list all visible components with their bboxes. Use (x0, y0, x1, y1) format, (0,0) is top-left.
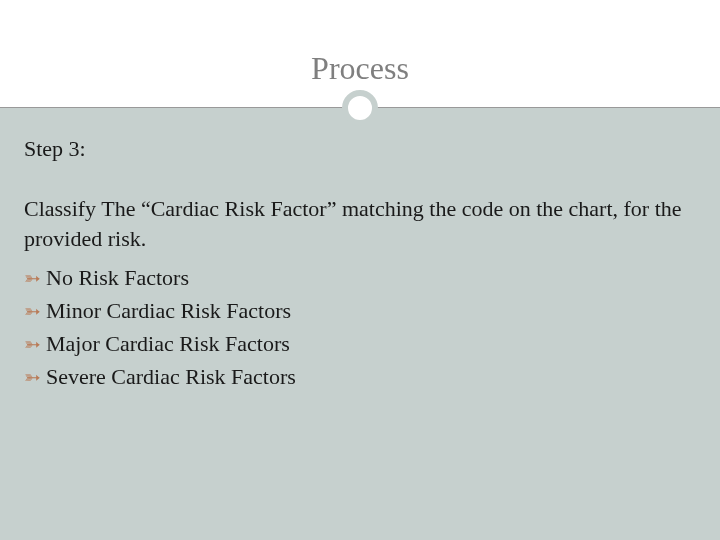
list-item: ➳ Severe Cardiac Risk Factors (24, 360, 696, 393)
list-item-text: No Risk Factors (46, 261, 189, 294)
slide-title: Process (311, 50, 409, 87)
step-label: Step 3: (24, 136, 696, 162)
bullet-icon: ➳ (24, 329, 44, 359)
list-item-text: Minor Cardiac Risk Factors (46, 294, 291, 327)
header-circle-icon (342, 90, 378, 126)
list-item: ➳ Minor Cardiac Risk Factors (24, 294, 696, 327)
list-item: ➳ Major Cardiac Risk Factors (24, 327, 696, 360)
list-item-text: Severe Cardiac Risk Factors (46, 360, 296, 393)
bullet-icon: ➳ (24, 296, 44, 326)
bullet-list: ➳ No Risk Factors ➳ Minor Cardiac Risk F… (24, 261, 696, 393)
slide-header: Process (0, 0, 720, 108)
step-description: Classify The “Cardiac Risk Factor” match… (24, 194, 696, 253)
list-item: ➳ No Risk Factors (24, 261, 696, 294)
slide-body: Step 3: Classify The “Cardiac Risk Facto… (0, 108, 720, 540)
list-item-text: Major Cardiac Risk Factors (46, 327, 290, 360)
bullet-icon: ➳ (24, 263, 44, 293)
bullet-icon: ➳ (24, 362, 44, 392)
